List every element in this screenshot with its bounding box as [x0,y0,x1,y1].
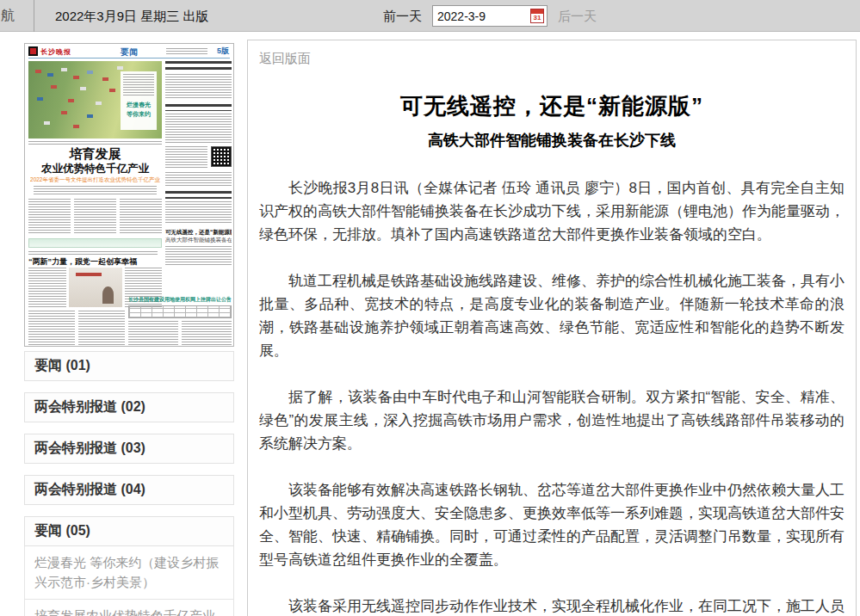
thumb-page-number: 5版 [217,46,229,57]
thumb-right-subheadline: 高铁大部件智能铺换装备在长沙下线 [165,236,232,243]
prev-day-link[interactable]: 前一天 [383,0,422,32]
article-paragraph: 轨道工程机械是铁路基础设施线路建设、维修、养护的综合性机械化施工装备，具有小批量… [259,269,845,362]
qr-code-icon [211,146,232,167]
thumb-worker-photo [69,268,122,307]
sidebar-section-lianghui-02[interactable]: 两会特别报道 (02) [24,392,234,422]
sidebar-article-link[interactable]: 培育发展农业优势特色千亿产业 [24,600,234,616]
date-picker-field: 31 [432,5,548,27]
nav-menu-partial[interactable]: 航 [0,0,34,32]
thumb-photo-box-line1: 烂漫春光 [123,100,154,109]
article-paragraph: 据了解，该装备由中车时代电子和山河智能联合研制。双方紧扣“智能、安全、精准、绿色… [259,385,845,455]
thumb-notice-table: 长沙县国有建设用地使用权网上挂牌出让公告 [128,296,232,345]
thumb-photo-box-line2: 等你来约 [123,109,154,119]
article-panel: 返回版面 可无线遥控，还是“新能源版” 高铁大部件智能铺换装备在长沙下线 长沙晚… [247,40,857,616]
thumb-green-banner [28,238,162,248]
sidebar: 长沙晚报 要闻 5版 烂漫春光 等你来约 培育发展 农业优势特色千亿产业 202… [24,32,234,616]
thumb-kicker-placeholder [28,251,158,255]
thumb-aerial-photo: 烂漫春光 等你来约 [28,61,162,139]
article-subtitle: 高铁大部件智能铺换装备在长沙下线 [259,130,845,151]
article-paragraph: 长沙晚报3月8日讯（全媒体记者 伍玲 通讯员 廖宁）8日，国内首创、具有完全自主… [259,176,845,246]
sidebar-section-yaowen-05[interactable]: 要闻 (05) [24,516,234,546]
thumb-headline-line2: 农业优势特色千亿产业 [28,162,162,176]
article-paragraph: 该装备能够有效解决高速铁路长钢轨、岔芯等道岔大部件更换作业中仍然依赖大量人工和小… [259,478,845,571]
thumb-photo-text-box: 烂漫春光 等你来约 [121,71,157,130]
back-to-page-link[interactable]: 返回版面 [259,51,311,67]
calendar-icon[interactable]: 31 [530,9,544,23]
thumb-header-rule [28,58,230,59]
thumb-mid-headline: “两新”力量，跟党一起创享幸福 [28,256,164,268]
thumb-right-headline: 可无线遥控，还是“新能源版” [165,228,232,236]
nav-menu-partial-label: 航 [1,7,15,25]
thumb-bottom-text-placeholder [28,311,125,345]
date-navigation-bar: 航 2022年3月9日 星期三 出版 前一天 31 后一天 [0,0,860,32]
sidebar-section-lianghui-03[interactable]: 两会特别报道 (03) [24,434,234,464]
thumb-photo-caption-placeholder [28,141,162,145]
article-body: 长沙晚报3月8日讯（全媒体记者 伍玲 通讯员 廖宁）8日，国内首创、具有完全自主… [259,176,845,616]
sidebar-section-yaowen-01[interactable]: 要闻 (01) [24,351,234,381]
article-title: 可无线遥控，还是“新能源版” [259,91,845,121]
page-content: 长沙晚报 要闻 5版 烂漫春光 等你来约 培育发展 农业优势特色千亿产业 202… [0,32,860,616]
page-thumbnail[interactable]: 长沙晚报 要闻 5版 烂漫春光 等你来约 培育发展 农业优势特色千亿产业 202… [24,43,234,347]
thumb-meta-lines-placeholder [166,48,207,54]
thumb-table-grid [128,305,232,318]
sidebar-article-link[interactable]: 烂漫春光 等你来约（建设乡村振兴示范市·乡村美景） [24,546,234,600]
thumb-text-columns-placeholder [28,199,162,235]
article-paragraph: 该装备采用无线遥控同步动作作业技术，实现全程机械化作业，在同工况下，施工人员较行… [259,594,845,616]
thumb-intro-lines-placeholder [34,186,157,195]
calendar-icon-day: 31 [531,14,543,22]
date-input[interactable] [436,9,530,24]
sidebar-section-lianghui-04[interactable]: 两会特别报道 (04) [24,475,234,505]
thumb-notice-headline: 长沙县国有建设用地使用权网上挂牌出让公告 [128,296,232,304]
publish-date-label: 2022年3月9日 星期三 出版 [55,0,208,32]
thumb-subhead: 2022年省委一号文件提出打造农业优势特色千亿产业 [28,176,162,184]
thumb-village-roofs [35,70,41,73]
next-day-link[interactable]: 后一天 [558,0,597,32]
thumb-right-column: 可无线遥控，还是“新能源版” 高铁大部件智能铺换装备在长沙下线 [165,61,232,293]
thumb-headline-line1: 培育发展 [28,146,162,163]
